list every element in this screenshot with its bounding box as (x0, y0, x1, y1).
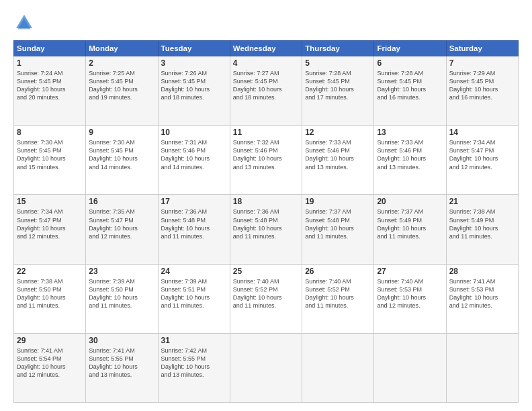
calendar-header-tuesday: Tuesday (158, 41, 230, 56)
calendar-week-1: 1Sunrise: 7:24 AM Sunset: 5:45 PM Daylig… (14, 56, 519, 126)
day-content: Sunrise: 7:30 AM Sunset: 5:45 PM Dayligh… (89, 138, 154, 171)
day-number: 29 (17, 336, 83, 345)
calendar-week-4: 22Sunrise: 7:38 AM Sunset: 5:50 PM Dayli… (14, 264, 519, 333)
day-number: 11 (233, 128, 299, 137)
day-number: 24 (161, 267, 227, 276)
day-number: 1 (17, 58, 83, 68)
day-number: 3 (161, 58, 227, 68)
logo-icon (13, 12, 35, 34)
calendar-week-3: 15Sunrise: 7:34 AM Sunset: 5:47 PM Dayli… (14, 195, 519, 264)
calendar-cell: 19Sunrise: 7:37 AM Sunset: 5:48 PM Dayli… (302, 195, 374, 264)
calendar-cell: 22Sunrise: 7:38 AM Sunset: 5:50 PM Dayli… (14, 264, 86, 333)
day-number: 15 (17, 197, 83, 206)
calendar-cell: 12Sunrise: 7:33 AM Sunset: 5:46 PM Dayli… (302, 126, 374, 195)
day-content: Sunrise: 7:27 AM Sunset: 5:45 PM Dayligh… (233, 69, 299, 102)
calendar-cell: 18Sunrise: 7:36 AM Sunset: 5:48 PM Dayli… (230, 195, 302, 264)
day-number: 5 (305, 58, 371, 68)
day-number: 12 (305, 128, 371, 137)
day-number: 22 (17, 267, 83, 276)
day-content: Sunrise: 7:26 AM Sunset: 5:45 PM Dayligh… (161, 69, 227, 102)
calendar-week-5: 29Sunrise: 7:41 AM Sunset: 5:54 PM Dayli… (14, 333, 519, 402)
calendar-cell: 16Sunrise: 7:35 AM Sunset: 5:47 PM Dayli… (86, 195, 158, 264)
day-content: Sunrise: 7:36 AM Sunset: 5:48 PM Dayligh… (161, 208, 227, 240)
calendar-cell: 30Sunrise: 7:41 AM Sunset: 5:55 PM Dayli… (86, 333, 158, 402)
calendar-cell (230, 333, 302, 402)
day-number: 18 (233, 197, 299, 206)
day-number: 14 (449, 128, 515, 137)
day-content: Sunrise: 7:40 AM Sunset: 5:52 PM Dayligh… (233, 277, 299, 310)
day-number: 27 (377, 267, 443, 276)
day-content: Sunrise: 7:33 AM Sunset: 5:46 PM Dayligh… (377, 138, 443, 171)
calendar-header-sunday: Sunday (14, 41, 86, 56)
day-content: Sunrise: 7:36 AM Sunset: 5:48 PM Dayligh… (233, 208, 299, 240)
day-number: 13 (377, 128, 443, 137)
day-number: 10 (161, 128, 227, 137)
day-content: Sunrise: 7:38 AM Sunset: 5:50 PM Dayligh… (17, 277, 83, 310)
day-content: Sunrise: 7:41 AM Sunset: 5:53 PM Dayligh… (449, 277, 515, 310)
day-number: 23 (89, 267, 154, 276)
day-number: 9 (89, 128, 154, 137)
day-content: Sunrise: 7:30 AM Sunset: 5:45 PM Dayligh… (17, 138, 83, 171)
day-number: 2 (89, 58, 154, 68)
calendar-cell: 1Sunrise: 7:24 AM Sunset: 5:45 PM Daylig… (14, 56, 86, 126)
page: SundayMondayTuesdayWednesdayThursdayFrid… (0, 0, 532, 411)
day-content: Sunrise: 7:28 AM Sunset: 5:45 PM Dayligh… (377, 69, 443, 102)
day-number: 16 (89, 197, 154, 206)
calendar-header-friday: Friday (374, 41, 446, 56)
day-content: Sunrise: 7:32 AM Sunset: 5:46 PM Dayligh… (233, 138, 299, 171)
logo (13, 12, 38, 34)
day-content: Sunrise: 7:37 AM Sunset: 5:49 PM Dayligh… (377, 208, 443, 240)
calendar-cell: 14Sunrise: 7:34 AM Sunset: 5:47 PM Dayli… (446, 126, 518, 195)
calendar-cell: 11Sunrise: 7:32 AM Sunset: 5:46 PM Dayli… (230, 126, 302, 195)
calendar-cell: 20Sunrise: 7:37 AM Sunset: 5:49 PM Dayli… (374, 195, 446, 264)
calendar-cell: 9Sunrise: 7:30 AM Sunset: 5:45 PM Daylig… (86, 126, 158, 195)
day-number: 28 (449, 267, 515, 276)
day-number: 4 (233, 58, 299, 68)
calendar-week-2: 8Sunrise: 7:30 AM Sunset: 5:45 PM Daylig… (14, 126, 519, 195)
day-number: 17 (161, 197, 227, 206)
calendar-header-thursday: Thursday (302, 41, 374, 56)
calendar-cell: 5Sunrise: 7:28 AM Sunset: 5:45 PM Daylig… (302, 56, 374, 126)
calendar-cell: 31Sunrise: 7:42 AM Sunset: 5:55 PM Dayli… (158, 333, 230, 402)
calendar-cell: 4Sunrise: 7:27 AM Sunset: 5:45 PM Daylig… (230, 56, 302, 126)
day-content: Sunrise: 7:28 AM Sunset: 5:45 PM Dayligh… (305, 69, 371, 102)
day-content: Sunrise: 7:34 AM Sunset: 5:47 PM Dayligh… (17, 208, 83, 240)
calendar-cell: 24Sunrise: 7:39 AM Sunset: 5:51 PM Dayli… (158, 264, 230, 333)
calendar-header-monday: Monday (86, 41, 158, 56)
calendar-cell: 27Sunrise: 7:40 AM Sunset: 5:53 PM Dayli… (374, 264, 446, 333)
calendar-cell: 28Sunrise: 7:41 AM Sunset: 5:53 PM Dayli… (446, 264, 518, 333)
calendar-cell: 7Sunrise: 7:29 AM Sunset: 5:45 PM Daylig… (446, 56, 518, 126)
calendar-cell: 21Sunrise: 7:38 AM Sunset: 5:49 PM Dayli… (446, 195, 518, 264)
calendar-cell: 3Sunrise: 7:26 AM Sunset: 5:45 PM Daylig… (158, 56, 230, 126)
day-content: Sunrise: 7:24 AM Sunset: 5:45 PM Dayligh… (17, 69, 83, 102)
calendar-header-wednesday: Wednesday (230, 41, 302, 56)
calendar-cell: 8Sunrise: 7:30 AM Sunset: 5:45 PM Daylig… (14, 126, 86, 195)
day-content: Sunrise: 7:40 AM Sunset: 5:52 PM Dayligh… (305, 277, 371, 310)
header (13, 12, 519, 34)
calendar-cell: 26Sunrise: 7:40 AM Sunset: 5:52 PM Dayli… (302, 264, 374, 333)
day-content: Sunrise: 7:42 AM Sunset: 5:55 PM Dayligh… (161, 347, 227, 379)
day-number: 30 (89, 336, 154, 345)
day-content: Sunrise: 7:33 AM Sunset: 5:46 PM Dayligh… (305, 138, 371, 171)
day-number: 25 (233, 267, 299, 276)
day-number: 6 (377, 58, 443, 68)
day-content: Sunrise: 7:35 AM Sunset: 5:47 PM Dayligh… (89, 208, 154, 240)
day-content: Sunrise: 7:39 AM Sunset: 5:51 PM Dayligh… (161, 277, 227, 310)
calendar-cell: 25Sunrise: 7:40 AM Sunset: 5:52 PM Dayli… (230, 264, 302, 333)
day-number: 20 (377, 197, 443, 206)
day-content: Sunrise: 7:34 AM Sunset: 5:47 PM Dayligh… (449, 138, 515, 171)
calendar-header-row: SundayMondayTuesdayWednesdayThursdayFrid… (14, 41, 519, 56)
day-content: Sunrise: 7:37 AM Sunset: 5:48 PM Dayligh… (305, 208, 371, 240)
day-content: Sunrise: 7:25 AM Sunset: 5:45 PM Dayligh… (89, 69, 154, 102)
calendar-cell: 6Sunrise: 7:28 AM Sunset: 5:45 PM Daylig… (374, 56, 446, 126)
calendar-header-saturday: Saturday (446, 41, 518, 56)
calendar-cell: 23Sunrise: 7:39 AM Sunset: 5:50 PM Dayli… (86, 264, 158, 333)
calendar-cell: 13Sunrise: 7:33 AM Sunset: 5:46 PM Dayli… (374, 126, 446, 195)
day-number: 26 (305, 267, 371, 276)
day-content: Sunrise: 7:31 AM Sunset: 5:46 PM Dayligh… (161, 138, 227, 171)
calendar-cell: 17Sunrise: 7:36 AM Sunset: 5:48 PM Dayli… (158, 195, 230, 264)
calendar-cell: 2Sunrise: 7:25 AM Sunset: 5:45 PM Daylig… (86, 56, 158, 126)
calendar-cell: 15Sunrise: 7:34 AM Sunset: 5:47 PM Dayli… (14, 195, 86, 264)
day-number: 7 (449, 58, 515, 68)
day-number: 19 (305, 197, 371, 206)
